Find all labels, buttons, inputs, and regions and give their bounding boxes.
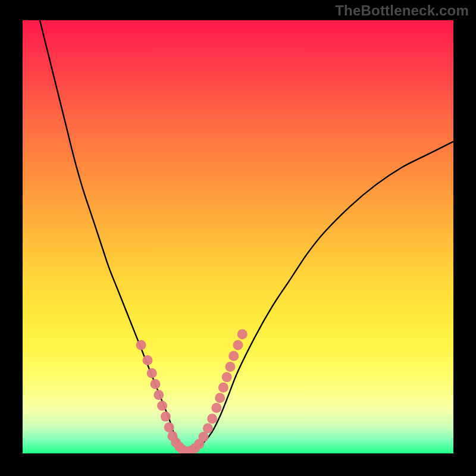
marker-point <box>215 393 225 403</box>
marker-point <box>157 400 167 411</box>
marker-point <box>164 422 174 433</box>
marker-point <box>199 432 209 442</box>
marker-point <box>150 379 160 389</box>
marker-point <box>207 414 217 424</box>
curve-right-path <box>186 142 453 452</box>
marker-point <box>218 383 228 393</box>
marker-point <box>203 423 213 433</box>
attribution-text: TheBottleneck.com <box>335 2 469 19</box>
marker-point <box>211 403 221 413</box>
marker-point <box>161 412 171 422</box>
curve-right <box>186 142 453 452</box>
marker-point <box>237 329 248 339</box>
marker-point <box>136 340 146 350</box>
marker-point <box>147 368 157 378</box>
marker-point <box>154 390 164 400</box>
curve-left-path <box>40 20 186 451</box>
plot-area <box>23 20 453 453</box>
curve-left <box>40 20 186 451</box>
marker-point <box>142 355 152 365</box>
chart-frame: TheBottleneck.com <box>0 0 476 476</box>
marker-point <box>225 362 235 372</box>
marker-point <box>233 340 243 350</box>
marker-point <box>228 351 239 361</box>
marker-point <box>222 372 232 382</box>
curve-svg <box>23 20 453 453</box>
